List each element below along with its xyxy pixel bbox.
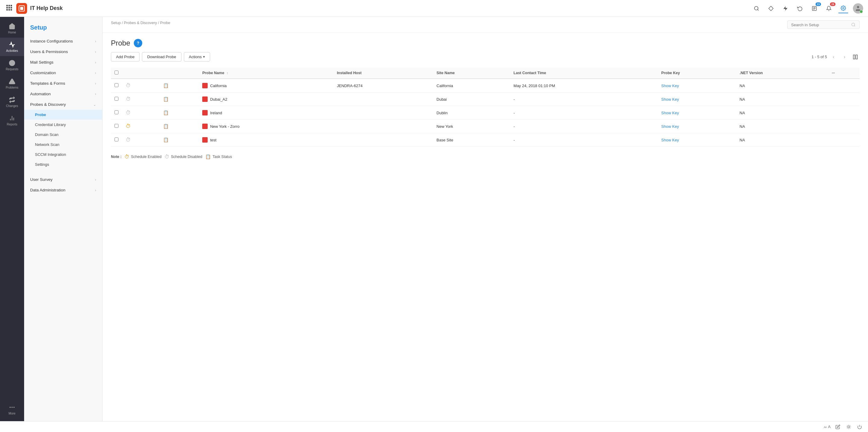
probe-name-group: Dubai_A2 xyxy=(202,96,330,102)
nav-survey-label: User Survey xyxy=(30,177,53,182)
breadcrumb-probes[interactable]: Probes & Discovery xyxy=(124,21,157,25)
sidebar-item-reports[interactable]: Reports xyxy=(0,111,24,130)
nav-user-survey[interactable]: User Survey › xyxy=(24,174,102,185)
row-schedule-cell: ⏱ xyxy=(122,79,159,93)
nav-automation-label: Automation xyxy=(30,92,51,96)
nav-mail-settings[interactable]: Mail Settings › xyxy=(24,57,102,67)
nav-sub-settings[interactable]: Settings xyxy=(24,159,102,169)
nav-sub-sccm[interactable]: SCCM Integration xyxy=(24,150,102,159)
row-name-cell: New York - Zorro xyxy=(198,120,333,133)
edit-icon[interactable] xyxy=(834,423,841,431)
clock-disabled-icon: ⏱ xyxy=(126,96,131,102)
probe-status-indicator xyxy=(202,96,208,102)
nav-customization[interactable]: Customization › xyxy=(24,67,102,78)
nav-automation[interactable]: Automation › xyxy=(24,89,102,99)
row-task-cell: 📋 xyxy=(159,120,198,133)
nav-instance-configurations[interactable]: Instance Configurations › xyxy=(24,36,102,47)
nav-data-admin[interactable]: Data Administration › xyxy=(24,185,102,195)
probe-name-text: Ireland xyxy=(210,111,222,115)
brightness-icon[interactable] xyxy=(845,423,852,431)
download-probe-button[interactable]: Download Probe xyxy=(142,52,181,62)
sidebar-problems-label: Problems xyxy=(6,86,19,89)
clock-disabled-icon: ⏱ xyxy=(126,83,131,88)
bell-badge: 28 xyxy=(830,2,835,6)
sidebar-item-changes[interactable]: Changes xyxy=(0,93,24,111)
sidebar-requests-label: Requests xyxy=(6,67,19,71)
row-key-cell: Show Key xyxy=(658,79,736,93)
row-checkbox-cell xyxy=(111,93,122,106)
next-page-button[interactable]: › xyxy=(840,53,849,61)
show-key-link[interactable]: Show Key xyxy=(661,111,679,115)
row-more-cell xyxy=(828,79,860,93)
row-key-cell: Show Key xyxy=(658,120,736,133)
nav-templates-forms[interactable]: Templates & Forms › xyxy=(24,78,102,89)
row-more-cell xyxy=(828,106,860,120)
prev-page-button[interactable]: ‹ xyxy=(830,53,838,61)
user-avatar[interactable] xyxy=(853,3,863,13)
show-key-link[interactable]: Show Key xyxy=(661,97,679,101)
row-site-cell: California xyxy=(433,79,510,93)
settings-icon-btn[interactable] xyxy=(838,4,848,13)
row-checkbox[interactable] xyxy=(115,110,119,114)
actions-button[interactable]: Actions ▾ xyxy=(184,52,210,62)
row-task-cell: 📋 xyxy=(159,133,198,147)
table-row: ⏱ 📋 Dubai_A2 Dubai - Show Key NA xyxy=(111,93,860,106)
row-checkbox-cell xyxy=(111,133,122,147)
task-status-icon: 📋 xyxy=(163,96,169,101)
breadcrumb-setup[interactable]: Setup xyxy=(111,21,121,25)
nav-users-permissions[interactable]: Users & Permissions › xyxy=(24,47,102,57)
content-search-input[interactable] xyxy=(791,23,851,27)
show-key-link[interactable]: Show Key xyxy=(661,124,679,129)
nav-probes-discovery[interactable]: Probes & Discovery ⌄ xyxy=(24,99,102,110)
select-all-checkbox[interactable] xyxy=(115,70,119,74)
table-row: ⏱ 📋 New York - Zorro New York - Show Key… xyxy=(111,120,860,133)
show-key-link[interactable]: Show Key xyxy=(661,138,679,142)
sidebar-item-activities[interactable]: Activities xyxy=(0,38,24,56)
th-site-name: Site Name xyxy=(433,67,510,79)
help-button[interactable]: ? xyxy=(134,39,142,47)
th-probe-name[interactable]: Probe Name ↑ xyxy=(198,67,333,79)
search-icon-btn[interactable] xyxy=(752,4,761,13)
sidebar-item-more[interactable]: More xyxy=(0,400,24,419)
power-icon[interactable] xyxy=(856,423,863,431)
main-content: Setup / Probes & Discovery / Probe Probe… xyxy=(102,17,868,421)
diamond-icon-btn[interactable] xyxy=(766,4,776,13)
notes-icon-btn[interactable]: 23 xyxy=(809,4,819,13)
columns-icon[interactable] xyxy=(851,53,860,61)
row-name-cell: Ireland xyxy=(198,106,333,120)
row-host-cell: JENDRA-6274 xyxy=(333,79,433,93)
sidebar-changes-label: Changes xyxy=(6,104,18,107)
add-probe-button[interactable]: Add Probe xyxy=(111,52,140,62)
content-body: Probe ? Add Probe Download Probe Actions… xyxy=(102,33,868,165)
svg-rect-33 xyxy=(853,55,855,59)
svg-line-32 xyxy=(854,26,855,27)
row-checkbox[interactable] xyxy=(115,83,119,87)
schedule-disabled-text: Schedule Disabled xyxy=(171,155,202,159)
th-actions xyxy=(122,67,198,79)
nav-sub-network-scan[interactable]: Network Scan xyxy=(24,140,102,150)
nav-sub-credential[interactable]: Credential Library xyxy=(24,120,102,130)
probe-status-indicator xyxy=(202,83,208,88)
sidebar-more-label: More xyxy=(9,412,16,415)
history-icon-btn[interactable] xyxy=(795,4,805,13)
font-size-icon[interactable]: Aa A xyxy=(824,423,831,431)
sidebar-item-requests[interactable]: Requests xyxy=(0,56,24,74)
sidebar-item-home[interactable]: Home xyxy=(0,19,24,38)
row-net-cell: NA xyxy=(736,106,828,120)
row-key-cell: Show Key xyxy=(658,106,736,120)
nav-sub-domain-scan[interactable]: Domain Scan xyxy=(24,130,102,140)
row-checkbox[interactable] xyxy=(115,97,119,101)
bell-icon-btn[interactable]: 28 xyxy=(824,4,834,13)
row-checkbox[interactable] xyxy=(115,124,119,128)
show-key-link[interactable]: Show Key xyxy=(661,84,679,88)
svg-point-11 xyxy=(754,6,758,10)
row-contact-cell: May 24, 2018 01:10 PM xyxy=(510,79,658,93)
grid-icon[interactable] xyxy=(5,3,13,13)
nav-sub-probe[interactable]: Probe xyxy=(24,110,102,120)
sidebar-item-problems[interactable]: Problems xyxy=(0,74,24,93)
lightning-icon-btn[interactable] xyxy=(781,4,790,13)
row-checkbox[interactable] xyxy=(115,137,119,142)
svg-point-30 xyxy=(13,407,15,408)
svg-line-41 xyxy=(850,428,850,428)
th-more: ··· xyxy=(828,67,860,79)
